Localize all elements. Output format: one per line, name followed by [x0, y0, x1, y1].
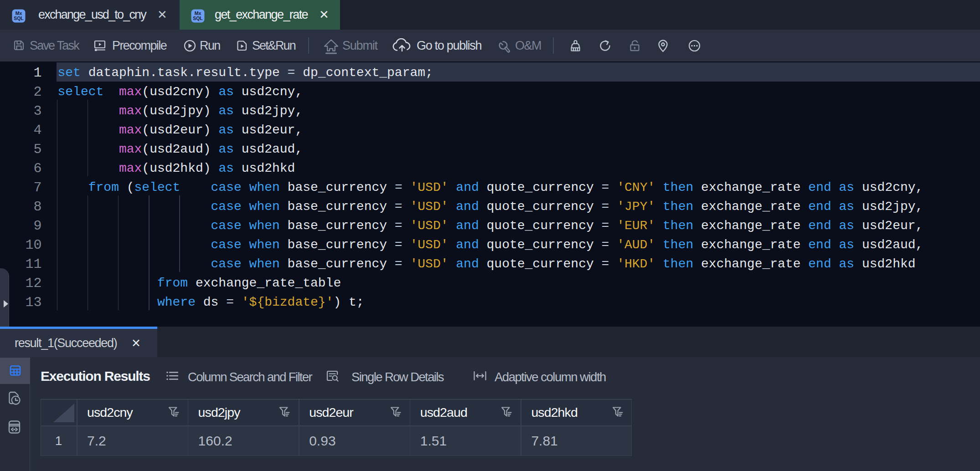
svg-text:Mx: Mx	[195, 10, 201, 16]
svg-text:SQL: SQL	[193, 15, 203, 21]
svg-text:SQL: SQL	[14, 15, 24, 21]
svg-text:Mx: Mx	[15, 10, 22, 16]
